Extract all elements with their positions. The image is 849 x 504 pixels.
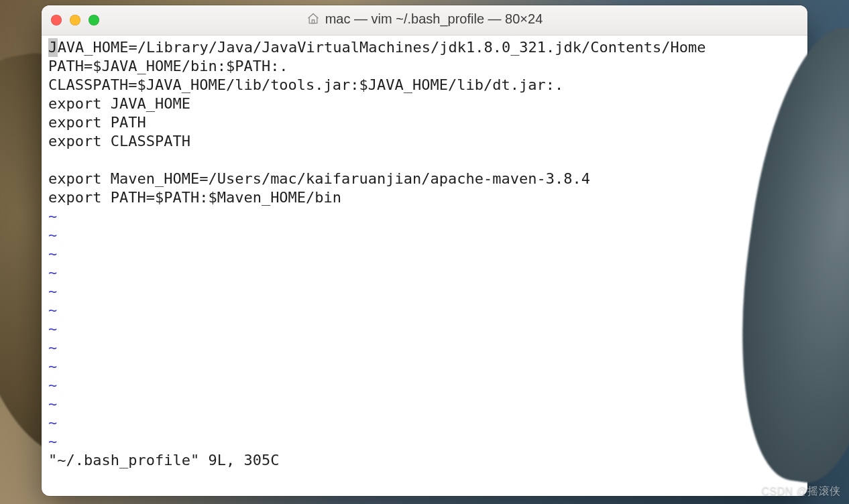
zoom-button[interactable] [89,15,99,25]
file-line: export JAVA_HOME [48,95,190,112]
file-line: export PATH [48,114,146,131]
vim-tilde: ~ [48,264,57,281]
vim-tilde: ~ [48,414,57,431]
vim-tilde: ~ [48,377,57,393]
traffic-lights [51,15,99,25]
vim-tilde: ~ [48,283,57,300]
cursor: J [48,38,58,57]
line-text: AVA_HOME=/Library/Java/JavaVirtualMachin… [58,39,706,56]
vim-tilde: ~ [48,433,57,450]
minimize-button[interactable] [70,15,80,25]
svg-rect-0 [312,20,314,23]
file-line: export PATH=$PATH:$Maven_HOME/bin [48,189,341,206]
vim-tilde: ~ [48,208,57,225]
vim-tilde: ~ [48,245,57,262]
terminal-window: mac — vim ~/.bash_profile — 80×24 JAVA_H… [42,5,807,496]
file-line: JAVA_HOME=/Library/Java/JavaVirtualMachi… [48,39,706,56]
vim-status-line: "~/.bash_profile" 9L, 305C [48,452,279,468]
vim-tilde: ~ [48,320,57,337]
window-title: mac — vim ~/.bash_profile — 80×24 [42,11,807,29]
vim-tilde: ~ [48,395,57,412]
file-line: CLASSPATH=$JAVA_HOME/lib/tools.jar:$JAVA… [48,76,563,93]
window-title-text: mac — vim ~/.bash_profile — 80×24 [325,11,543,26]
vim-tilde: ~ [48,339,57,356]
file-line: export CLASSPATH [48,133,190,149]
file-line: export Maven_HOME=/Users/mac/kaifaruanji… [48,170,590,187]
terminal-content[interactable]: JAVA_HOME=/Library/Java/JavaVirtualMachi… [42,36,807,496]
vim-tilde: ~ [48,227,57,243]
titlebar[interactable]: mac — vim ~/.bash_profile — 80×24 [42,5,807,36]
home-icon [306,12,320,29]
desktop-wallpaper: mac — vim ~/.bash_profile — 80×24 JAVA_H… [0,0,849,504]
watermark-text: CSDN @摇滚侠 [761,485,841,499]
vim-tilde: ~ [48,302,57,318]
close-button[interactable] [51,15,62,25]
vim-tilde: ~ [48,358,57,375]
file-line: PATH=$JAVA_HOME/bin:$PATH:. [48,58,288,74]
